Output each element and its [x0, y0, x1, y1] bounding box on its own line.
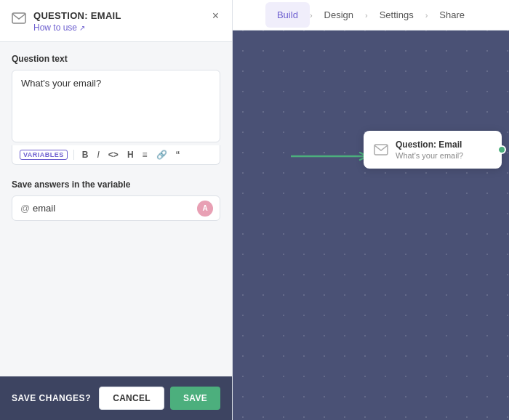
- question-text-input[interactable]: What's your email?: [12, 70, 220, 142]
- footer-buttons: CANCEL SAVE: [99, 387, 220, 410]
- bold-button[interactable]: B: [80, 150, 91, 160]
- nav-settings[interactable]: Settings: [368, 2, 425, 28]
- left-panel: QUESTION: EMAIL How to use ↗ × Question …: [0, 0, 233, 420]
- variable-input[interactable]: [12, 195, 220, 221]
- node-connector-dot[interactable]: [497, 145, 506, 154]
- heading-button[interactable]: H: [125, 150, 136, 160]
- panel-header-left: QUESTION: EMAIL How to use ↗: [12, 10, 121, 33]
- save-variable-label: Save answers in the variable: [12, 179, 220, 190]
- panel-header: QUESTION: EMAIL How to use ↗ ×: [0, 0, 232, 42]
- how-to-use-link[interactable]: How to use ↗: [33, 23, 121, 33]
- svg-rect-1: [374, 145, 388, 155]
- link-button[interactable]: 🔗: [154, 150, 169, 160]
- panel-body: Question text What's your email? VARIABL…: [0, 42, 232, 376]
- toolbar-separator: [73, 150, 74, 160]
- nav-build[interactable]: Build: [265, 2, 310, 28]
- node-content: Question: Email What's your email?: [396, 140, 463, 160]
- variable-avatar: A: [197, 201, 213, 217]
- svg-rect-0: [12, 13, 25, 23]
- flow-node-email[interactable]: Question: Email What's your email?: [364, 131, 502, 169]
- save-button[interactable]: SAVE: [170, 387, 220, 410]
- cancel-button[interactable]: CANCEL: [99, 387, 164, 410]
- right-panel: Build › Design › Settings › Share Questi…: [233, 0, 509, 420]
- panel-title: QUESTION: EMAIL: [33, 10, 121, 21]
- quote-button[interactable]: “: [174, 150, 183, 160]
- node-title: Question: Email: [396, 140, 463, 150]
- variables-badge[interactable]: VARIABLES: [20, 150, 68, 160]
- panel-footer: SAVE CHANGES? CANCEL SAVE: [0, 376, 232, 420]
- node-subtitle: What's your email?: [396, 151, 463, 160]
- email-icon: [12, 12, 26, 24]
- question-text-label: Question text: [12, 54, 220, 64]
- italic-button[interactable]: I: [95, 150, 102, 160]
- formatting-toolbar: VARIABLES B I <> H ≡ 🔗 “: [12, 145, 220, 165]
- flow-connector: [291, 142, 371, 171]
- variable-input-wrapper: @ A: [12, 195, 220, 221]
- external-link-icon: ↗: [79, 24, 85, 32]
- save-changes-label: SAVE CHANGES?: [12, 393, 91, 403]
- top-nav: Build › Design › Settings › Share: [233, 0, 509, 31]
- nav-design[interactable]: Design: [313, 2, 365, 28]
- node-email-icon: [374, 144, 388, 156]
- save-variable-section: Save answers in the variable @ A: [12, 179, 220, 221]
- nav-share[interactable]: Share: [428, 2, 476, 28]
- list-button[interactable]: ≡: [140, 150, 150, 160]
- code-button[interactable]: <>: [106, 150, 121, 160]
- panel-title-group: QUESTION: EMAIL How to use ↗: [33, 10, 121, 33]
- close-button[interactable]: ×: [211, 10, 220, 22]
